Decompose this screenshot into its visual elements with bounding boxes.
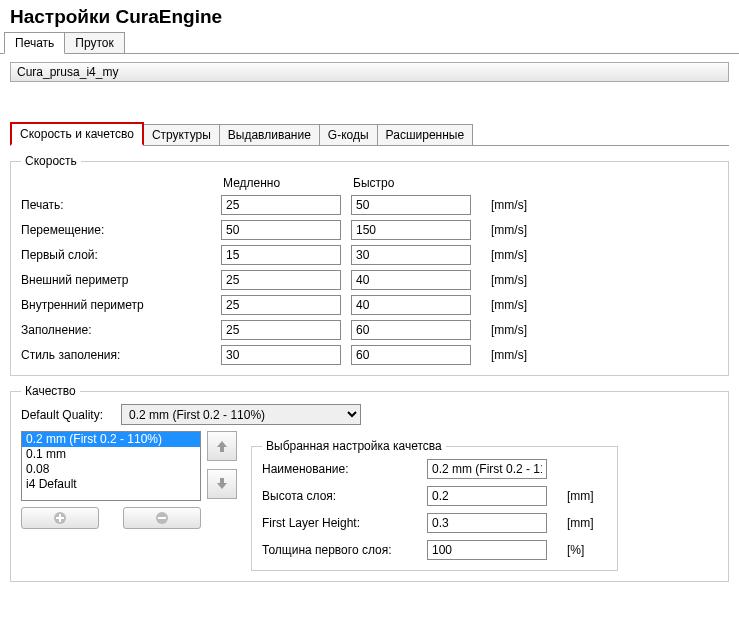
remove-quality-button[interactable] [123, 507, 201, 529]
quality-list-item[interactable]: i4 Default [22, 477, 200, 492]
tab-print[interactable]: Печать [4, 32, 65, 54]
quality-list[interactable]: 0.2 mm (First 0.2 - 110%) 0.1 mm 0.08 i4… [21, 431, 201, 501]
input-infill-slow[interactable] [221, 320, 341, 340]
profile-combo[interactable]: Cura_prusa_i4_my [10, 62, 729, 82]
subtab-advanced[interactable]: Расширенные [377, 124, 474, 145]
input-move-slow[interactable] [221, 220, 341, 240]
sq-firstlayer-label: First Layer Height: [262, 516, 427, 530]
input-first-slow[interactable] [221, 245, 341, 265]
move-down-button[interactable] [207, 469, 237, 499]
unit-infillstyle: [mm/s] [491, 348, 551, 362]
unit-inner: [mm/s] [491, 298, 551, 312]
input-inner-slow[interactable] [221, 295, 341, 315]
label-infill: Заполнение: [21, 323, 221, 337]
subtab-extrusion[interactable]: Выдавливание [219, 124, 320, 145]
input-first-fast[interactable] [351, 245, 471, 265]
main-tabs: Печать Пруток [0, 32, 739, 54]
arrow-down-icon [215, 477, 229, 491]
svg-rect-2 [56, 517, 64, 519]
sq-firstlayer-input[interactable] [427, 513, 547, 533]
sq-layer-input[interactable] [427, 486, 547, 506]
sq-firstthick-label: Толщина первого слоя: [262, 543, 427, 557]
subtab-speed-quality[interactable]: Скорость и качетсво [10, 122, 144, 146]
label-outer-perim: Внешний периметр [21, 273, 221, 287]
label-inner-perim: Внутренний периметр [21, 298, 221, 312]
input-infill-fast[interactable] [351, 320, 471, 340]
add-quality-button[interactable] [21, 507, 99, 529]
move-up-button[interactable] [207, 431, 237, 461]
sq-layer-unit: [mm] [567, 489, 607, 503]
label-infill-style: Стиль заполения: [21, 348, 221, 362]
sq-name-label: Наименование: [262, 462, 427, 476]
window-title: Настройки CuraEngine [0, 0, 739, 32]
quality-list-item[interactable]: 0.2 mm (First 0.2 - 110%) [22, 432, 200, 447]
input-infillstyle-fast[interactable] [351, 345, 471, 365]
svg-rect-4 [158, 517, 166, 519]
speed-legend: Скорость [21, 154, 81, 168]
sq-firstlayer-unit: [mm] [567, 516, 607, 530]
selected-quality-fieldset: Выбранная настройка качетсва Наименовани… [251, 439, 618, 571]
unit-infill: [mm/s] [491, 323, 551, 337]
speed-header-slow: Медленно [221, 176, 341, 190]
label-first: Первый слой: [21, 248, 221, 262]
input-print-fast[interactable] [351, 195, 471, 215]
subtab-structures[interactable]: Структуры [143, 124, 220, 145]
speed-header-fast: Быстро [351, 176, 471, 190]
input-print-slow[interactable] [221, 195, 341, 215]
unit-print: [mm/s] [491, 198, 551, 212]
unit-outer: [mm/s] [491, 273, 551, 287]
selected-quality-legend: Выбранная настройка качетсва [262, 439, 446, 453]
input-inner-fast[interactable] [351, 295, 471, 315]
input-infillstyle-slow[interactable] [221, 345, 341, 365]
tab-filament[interactable]: Пруток [64, 32, 124, 53]
input-move-fast[interactable] [351, 220, 471, 240]
unit-move: [mm/s] [491, 223, 551, 237]
input-outer-slow[interactable] [221, 270, 341, 290]
sq-name-input[interactable] [427, 459, 547, 479]
quality-legend: Качество [21, 384, 80, 398]
sub-tabs: Скорость и качетсво Структуры Выдавливан… [10, 122, 729, 146]
subtab-gcodes[interactable]: G-коды [319, 124, 378, 145]
sq-firstthick-input[interactable] [427, 540, 547, 560]
sq-firstthick-unit: [%] [567, 543, 607, 557]
sq-layer-label: Высота слоя: [262, 489, 427, 503]
input-outer-fast[interactable] [351, 270, 471, 290]
default-quality-label: Default Quality: [21, 408, 103, 422]
speed-fieldset: Скорость Медленно Быстро Печать: [mm/s] … [10, 154, 729, 376]
plus-icon [53, 511, 67, 525]
unit-first: [mm/s] [491, 248, 551, 262]
quality-list-item[interactable]: 0.1 mm [22, 447, 200, 462]
label-print: Печать: [21, 198, 221, 212]
quality-list-item[interactable]: 0.08 [22, 462, 200, 477]
default-quality-select[interactable]: 0.2 mm (First 0.2 - 110%) [121, 404, 361, 425]
label-move: Перемещение: [21, 223, 221, 237]
minus-icon [155, 511, 169, 525]
quality-fieldset: Качество Default Quality: 0.2 mm (First … [10, 384, 729, 582]
arrow-up-icon [215, 439, 229, 453]
